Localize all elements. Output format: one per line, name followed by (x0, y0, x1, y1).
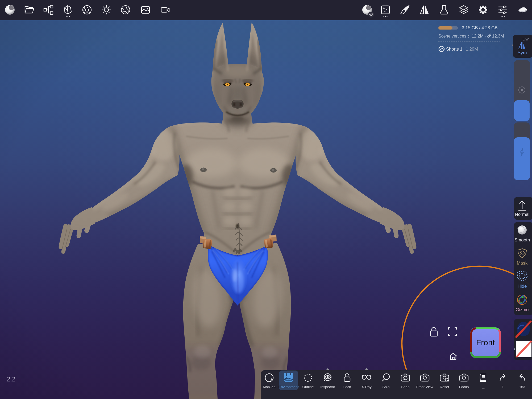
svg-text:Focus: Focus (459, 385, 469, 389)
svg-text:Scene vertices： 12.2M ·: Scene vertices： 12.2M · (438, 34, 486, 38)
svg-text:Inspector: Inspector (320, 385, 335, 389)
svg-text:Reset: Reset (440, 385, 449, 389)
svg-text:Snap: Snap (401, 385, 410, 389)
svg-text:3.15 GB / 4.28 GB: 3.15 GB / 4.28 GB (462, 25, 498, 30)
svg-text:Outline: Outline (302, 385, 314, 389)
svg-text:Solo: Solo (382, 385, 389, 389)
svg-text:Shorts 1: Shorts 1 (446, 47, 462, 51)
svg-text:X-Ray: X-Ray (361, 385, 372, 389)
svg-text:Front: Front (476, 338, 495, 347)
svg-text:MatCap: MatCap (263, 385, 275, 389)
svg-text:...: ... (482, 386, 485, 390)
svg-text:1: 1 (502, 385, 504, 389)
svg-text:Front View: Front View (416, 385, 434, 389)
svg-text:· 1.29M: · 1.29M (463, 47, 478, 51)
svg-text:163: 163 (519, 385, 525, 389)
svg-text:Environment: Environment (279, 385, 299, 389)
svg-text:Lock: Lock (343, 385, 351, 389)
svg-text:12.3M: 12.3M (492, 34, 504, 38)
